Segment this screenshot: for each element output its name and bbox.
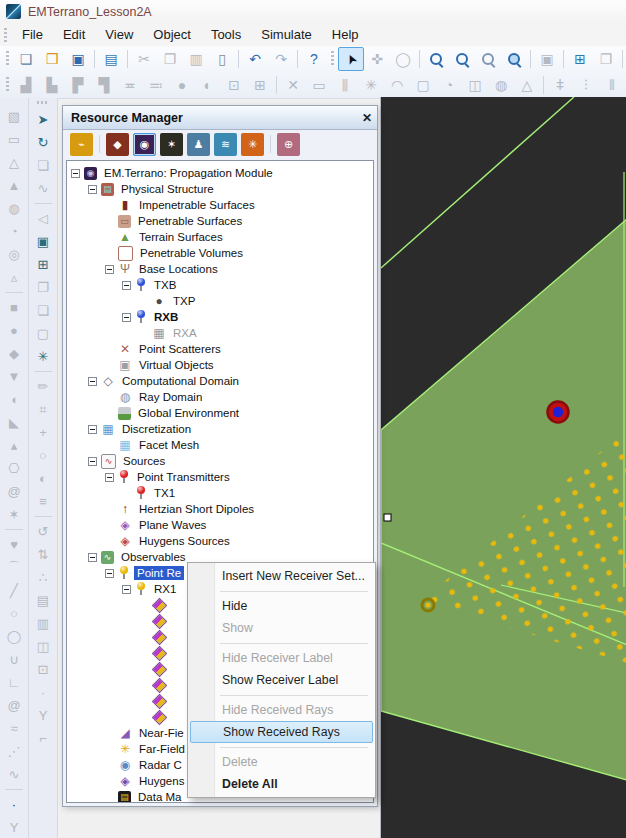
tree-row[interactable]: ▭Penetrable Surfaces	[67, 213, 373, 229]
toolbar-separator	[276, 76, 277, 94]
menu-object[interactable]: Object	[143, 23, 201, 46]
viewport-3d[interactable]	[380, 97, 626, 838]
tree-expander-icon[interactable]	[88, 425, 97, 434]
menu-edit[interactable]: Edit	[53, 23, 95, 46]
tree-row[interactable]: ▮Impenetrable Surfaces	[67, 197, 373, 213]
tree-expander-icon[interactable]	[122, 313, 131, 322]
cylinder-icon: ▭	[3, 128, 25, 151]
tree-item-label: RXA	[170, 326, 200, 340]
menu-item-show-receiver-label[interactable]: Show Receiver Label	[188, 669, 375, 691]
module-terrano-icon[interactable]: ◉	[133, 133, 156, 156]
move-tool-icon[interactable]: ➤	[32, 108, 54, 131]
menu-item-insert-new-receiver-set[interactable]: Insert New Receiver Set...	[188, 565, 375, 587]
tree-item-label: Far-Field	[136, 742, 188, 756]
pan-hand-icon: ✜	[364, 47, 390, 71]
tree-row[interactable]: ▤Physical Structure	[67, 181, 373, 197]
rectangle-icon: ■	[3, 296, 25, 319]
menu-item-show-received-rays[interactable]: Show Received Rays	[190, 721, 373, 743]
module-libera-icon[interactable]: ♟	[187, 133, 210, 156]
point-tool-icon[interactable]: ·	[3, 793, 25, 816]
menu-simulate[interactable]: Simulate	[251, 23, 322, 46]
print-icon[interactable]: ▤	[98, 47, 124, 71]
toolbar-separator	[543, 76, 544, 94]
tree-expander-icon[interactable]	[88, 185, 97, 194]
zoom-window-icon[interactable]	[449, 47, 475, 71]
menu-file[interactable]: File	[12, 23, 53, 46]
menu-item-hide[interactable]: Hide	[188, 595, 375, 617]
tree-row[interactable]: ∿Sources	[67, 453, 373, 469]
tree-row[interactable]: ▦RXA	[67, 325, 373, 341]
selected-receiver-dot	[425, 602, 430, 607]
circle-ref-icon: ○	[32, 444, 54, 467]
module-separator	[99, 135, 100, 153]
module-cubecad-icon[interactable]: ⌁	[70, 133, 93, 156]
tree-item-icon	[118, 566, 130, 580]
tree-row[interactable]: ◉EM.Terrano: Propagation Module	[67, 165, 373, 181]
tree-expander-icon[interactable]	[88, 553, 97, 562]
context-help-icon[interactable]: ?	[301, 47, 327, 71]
tree-row[interactable]: ▦Facet Mesh	[67, 437, 373, 453]
delete-icon[interactable]: ▯	[209, 47, 235, 71]
tree-item-label: RXB	[151, 310, 181, 324]
box-solid-icon: ▧	[3, 105, 25, 128]
module-help-icon[interactable]: ⊕	[277, 133, 300, 156]
undo-icon[interactable]: ↶	[242, 47, 268, 71]
workspace-2-icon: ▙	[39, 73, 65, 97]
zoom-in-icon[interactable]	[475, 47, 501, 71]
menu-help[interactable]: Help	[322, 23, 369, 46]
tree-row[interactable]: Point Transmitters	[67, 469, 373, 485]
resource-manager-titlebar[interactable]: Resource Manager ✕	[63, 106, 377, 130]
zoom-extents-icon[interactable]	[423, 47, 449, 71]
save-icon[interactable]: ▣	[65, 47, 91, 71]
transform-toolbar: ➤↻❏∿◁▣⊞❐❏▢✳✏⌗+○◐≡↺⇅∴▤▥◫⊡·Y⌐	[29, 98, 58, 838]
tree-expander-icon[interactable]	[88, 377, 97, 386]
tree-row[interactable]: ●TXP	[67, 293, 373, 309]
select-arrow-icon[interactable]: ➤	[338, 47, 364, 71]
mesh-sphere-icon: ◎	[3, 243, 25, 266]
tree-expander-icon[interactable]	[105, 569, 114, 578]
open-project-icon[interactable]: ❒	[39, 47, 65, 71]
tree-row[interactable]: ΨBase Locations	[67, 261, 373, 277]
tree-row[interactable]: ◍Ray Domain	[67, 389, 373, 405]
tree-expander-icon[interactable]	[105, 473, 114, 482]
close-icon[interactable]: ✕	[357, 111, 377, 125]
redo-icon[interactable]: ↷	[268, 47, 294, 71]
module-illumina-icon[interactable]: ≋	[214, 133, 237, 156]
tile-windows-icon[interactable]: ⊞	[567, 47, 593, 71]
tree-row[interactable]: TXB	[67, 277, 373, 293]
tree-row[interactable]: ▣Virtual Objects	[67, 357, 373, 373]
zoom-region-icon[interactable]	[501, 47, 527, 71]
tree-row[interactable]: RXB	[67, 309, 373, 325]
module-tempo-icon[interactable]: ◆	[106, 133, 129, 156]
ellipsoid-icon: ◔	[3, 220, 25, 243]
tree-expander-icon[interactable]	[122, 281, 131, 290]
rotate-tool-icon[interactable]: ↻	[32, 131, 54, 154]
tree-row[interactable]: ✕Point Scatterers	[67, 341, 373, 357]
selection-handle-square[interactable]	[384, 514, 391, 521]
tree-row[interactable]: ◈Plane Waves	[67, 517, 373, 533]
grid-array-icon[interactable]: ⊞	[32, 253, 54, 276]
tree-expander-icon[interactable]	[88, 457, 97, 466]
module-picasso-icon[interactable]: ✶	[160, 133, 183, 156]
tree-row[interactable]: ▲Terrain Surfaces	[67, 229, 373, 245]
tree-row[interactable]: ↑Hertzian Short Dipoles	[67, 501, 373, 517]
menu-view[interactable]: View	[95, 23, 143, 46]
tree-expander-icon[interactable]	[122, 585, 131, 594]
star-icon: ✶	[3, 503, 25, 526]
point-light-icon[interactable]: ✳	[32, 345, 54, 368]
menu-tools[interactable]: Tools	[201, 23, 251, 46]
menu-item-delete-all[interactable]: Delete All	[188, 773, 375, 795]
module-ferma-icon[interactable]: ✳	[241, 133, 264, 156]
tree-row[interactable]: ◇Computational Domain	[67, 373, 373, 389]
tree-row[interactable]: Penetrable Volumes	[67, 245, 373, 261]
tree-row[interactable]: ◈Huygens Sources	[67, 533, 373, 549]
tree-expander-icon[interactable]	[71, 169, 80, 178]
tree-row[interactable]: ▦Discretization	[67, 421, 373, 437]
tree-item-label	[172, 700, 178, 702]
new-project-icon[interactable]: ❏	[13, 47, 39, 71]
tree-row[interactable]: TX1	[67, 485, 373, 501]
tree-expander-icon[interactable]	[105, 265, 114, 274]
tree-row[interactable]: Global Environment	[67, 405, 373, 421]
array-tool-icon[interactable]: ▣	[32, 230, 54, 253]
tree-item-icon: ▦	[101, 423, 115, 435]
